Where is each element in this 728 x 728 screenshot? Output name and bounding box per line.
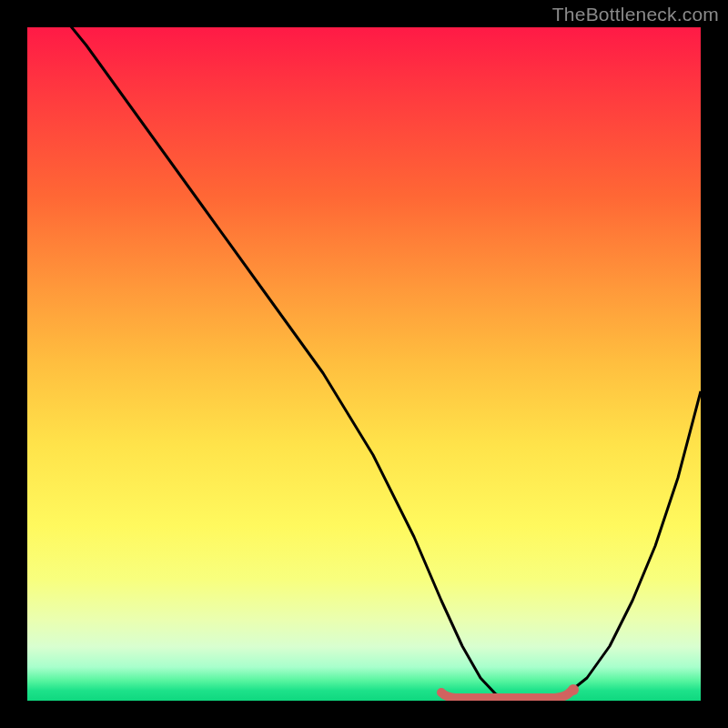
optimum-end-dot <box>568 684 579 695</box>
curve-layer <box>27 27 701 701</box>
chart-frame: TheBottleneck.com <box>0 0 728 728</box>
plot-area <box>27 27 701 701</box>
bottleneck-curve <box>27 27 701 699</box>
optimum-marker <box>441 692 571 698</box>
watermark-text: TheBottleneck.com <box>552 4 719 25</box>
